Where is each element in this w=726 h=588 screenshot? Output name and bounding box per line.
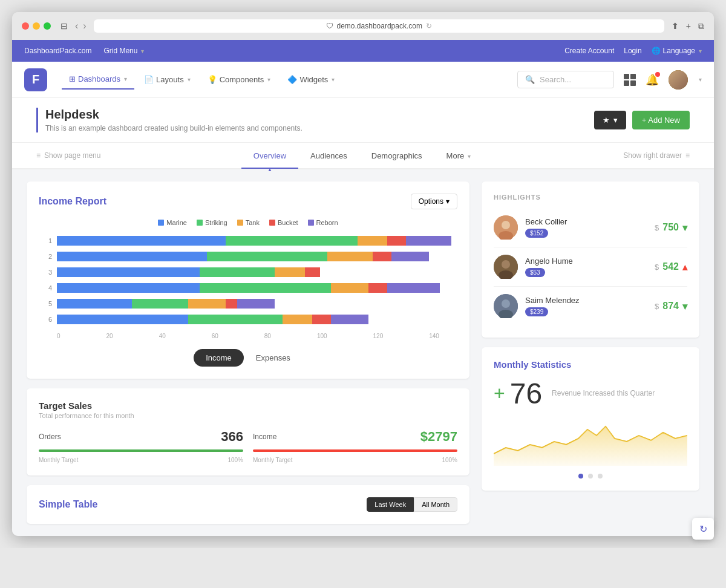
- chart-tab-income[interactable]: Income: [194, 349, 244, 367]
- bar-chart: 123456 020406080100120140: [39, 236, 457, 339]
- highlights-card: HIGHLIGHTS Beck Collier $152: [482, 181, 699, 338]
- back-button[interactable]: ‹: [75, 21, 78, 31]
- highlights-title: HIGHLIGHTS: [494, 194, 687, 201]
- chart-tab-expenses[interactable]: Expenses: [244, 349, 302, 367]
- refresh-icon[interactable]: ↻: [426, 22, 432, 30]
- login-link[interactable]: Login: [624, 47, 641, 55]
- nav-item-layouts[interactable]: 📄 Layouts ▾: [137, 70, 198, 89]
- nav-item-components[interactable]: 💡 Components ▾: [200, 70, 278, 89]
- bar-segment-2: [283, 315, 313, 324]
- income-report-header: Income Report Options ▾: [39, 194, 457, 209]
- user-menu-chevron[interactable]: ▾: [699, 76, 702, 83]
- language-selector[interactable]: 🌐 Language ▾: [652, 47, 702, 55]
- logo[interactable]: F: [24, 68, 47, 91]
- x-axis-label: 100: [317, 333, 327, 339]
- share-icon[interactable]: ⬆: [672, 21, 679, 31]
- bar-segment-3: [305, 267, 320, 277]
- highlight-item-1: Beck Collier $152 $ 750 ▾: [494, 208, 687, 247]
- new-tab-icon[interactable]: +: [686, 21, 691, 31]
- star-button[interactable]: ★ ▾: [594, 111, 626, 129]
- tab-demographics[interactable]: Demographics: [359, 144, 434, 168]
- bar-row: 3: [45, 267, 451, 277]
- bar-segments-container: [57, 252, 451, 261]
- nav-widgets-label: Widgets: [299, 75, 328, 84]
- content-area: Income Report Options ▾ Marine Striking: [12, 169, 714, 536]
- highlight-arrow-3: ▾: [682, 301, 687, 312]
- grid-menu-chevron: ▾: [141, 48, 144, 54]
- tab-overview-icon[interactable]: ⧉: [698, 21, 704, 31]
- bar-segments-container: [57, 283, 451, 293]
- forward-button[interactable]: ›: [83, 21, 86, 31]
- highlight-value-1: $ 750 ▾: [655, 222, 687, 234]
- options-button[interactable]: Options ▾: [411, 194, 457, 209]
- components-icon: 💡: [208, 75, 217, 84]
- show-page-menu[interactable]: ≡ Show page menu: [36, 151, 100, 160]
- minimize-button[interactable]: [33, 22, 40, 30]
- sidebar-icon[interactable]: ⊟: [60, 21, 68, 31]
- create-account-link[interactable]: Create Account: [564, 47, 614, 55]
- all-month-button[interactable]: All Month: [414, 497, 457, 512]
- chart-dot-3[interactable]: [598, 474, 603, 479]
- bar-segment-2: [327, 252, 373, 261]
- period-buttons: Last Week All Month: [367, 497, 457, 512]
- chart-legend: Marine Striking Tank Bucket: [39, 219, 457, 226]
- bar-segments-container: [57, 267, 451, 277]
- close-button[interactable]: [22, 22, 29, 30]
- chart-dot-1[interactable]: [578, 474, 583, 479]
- x-axis-label: 0: [57, 333, 60, 339]
- x-axis-label: 60: [212, 333, 218, 339]
- x-axis-label: 20: [106, 333, 113, 339]
- top-nav-right: Create Account Login 🌐 Language ▾: [564, 47, 702, 55]
- avatar-image: [669, 70, 688, 90]
- brand-link[interactable]: DashboardPack.com: [24, 47, 91, 55]
- highlight-info-1: Beck Collier $152: [525, 217, 647, 238]
- target-grid: Orders 366 Monthly Target 100%: [39, 429, 457, 463]
- highlight-name-3: Saim Melendez: [525, 296, 647, 305]
- tab-audiences[interactable]: Audiences: [298, 144, 359, 168]
- bar-segments-container: [57, 315, 451, 324]
- notifications-icon[interactable]: 🔔: [646, 73, 659, 87]
- highlight-badge-1: $152: [525, 229, 548, 238]
- nav-item-dashboards[interactable]: ⊞ Dashboards ▾: [62, 70, 134, 90]
- bar-rows: 123456: [45, 236, 451, 324]
- highlight-avatar-3: [494, 294, 518, 318]
- bar-segment-4: [331, 315, 368, 324]
- show-page-menu-label: Show page menu: [44, 151, 100, 160]
- target-sales-title: Target Sales: [39, 400, 457, 411]
- grid-menu[interactable]: Grid Menu ▾: [103, 47, 144, 55]
- simple-table-title: Simple Table: [39, 499, 98, 510]
- legend-striking-label: Striking: [205, 219, 227, 226]
- search-box[interactable]: 🔍 Search...: [517, 71, 614, 88]
- svg-point-1: [502, 221, 510, 229]
- income-value: $2797: [420, 429, 457, 445]
- address-bar[interactable]: 🛡 demo.dashboardpack.com ↻: [94, 19, 664, 33]
- show-right-drawer[interactable]: Show right drawer ≡: [623, 151, 690, 160]
- add-new-button[interactable]: + Add New: [632, 111, 690, 129]
- nav-item-widgets[interactable]: 🔷 Widgets ▾: [280, 70, 342, 89]
- income-footer: Monthly Target 100%: [253, 457, 457, 463]
- browser-titlebar: ⊟ ‹ › 🛡 demo.dashboardpack.com ↻ ⬆ + ⧉: [12, 12, 714, 40]
- grid-view-icon[interactable]: [624, 74, 636, 86]
- bar-row-label: 4: [45, 284, 52, 292]
- bar-segment-0: [57, 315, 188, 324]
- bar-segment-2: [358, 236, 388, 246]
- browser-window: ⊟ ‹ › 🛡 demo.dashboardpack.com ↻ ⬆ + ⧉ D…: [12, 12, 714, 536]
- maximize-button[interactable]: [44, 22, 51, 30]
- refresh-button[interactable]: ↻: [692, 518, 714, 536]
- tab-overview[interactable]: Overview: [241, 144, 298, 168]
- highlight-arrow-2: ▴: [682, 261, 687, 273]
- tab-more[interactable]: More ▾: [434, 144, 483, 168]
- target-sales-subtitle: Total performance for this month: [39, 412, 457, 419]
- user-avatar[interactable]: [669, 70, 688, 90]
- language-chevron: ▾: [699, 48, 702, 54]
- chart-tabs: Income Expenses: [39, 349, 457, 367]
- last-week-button[interactable]: Last Week: [367, 497, 414, 512]
- highlight-badge-2: $53: [525, 268, 545, 277]
- legend-marine: Marine: [158, 219, 187, 226]
- chart-dot-2[interactable]: [588, 474, 593, 479]
- legend-bucket-dot: [269, 220, 275, 226]
- highlight-name-2: Angelo Hume: [525, 256, 647, 266]
- highlight-arrow-1: ▾: [682, 222, 687, 234]
- nav-right: 🔍 Search... 🔔 ▾: [517, 70, 702, 90]
- target-income: Income $2797 Monthly Target 100%: [253, 429, 457, 463]
